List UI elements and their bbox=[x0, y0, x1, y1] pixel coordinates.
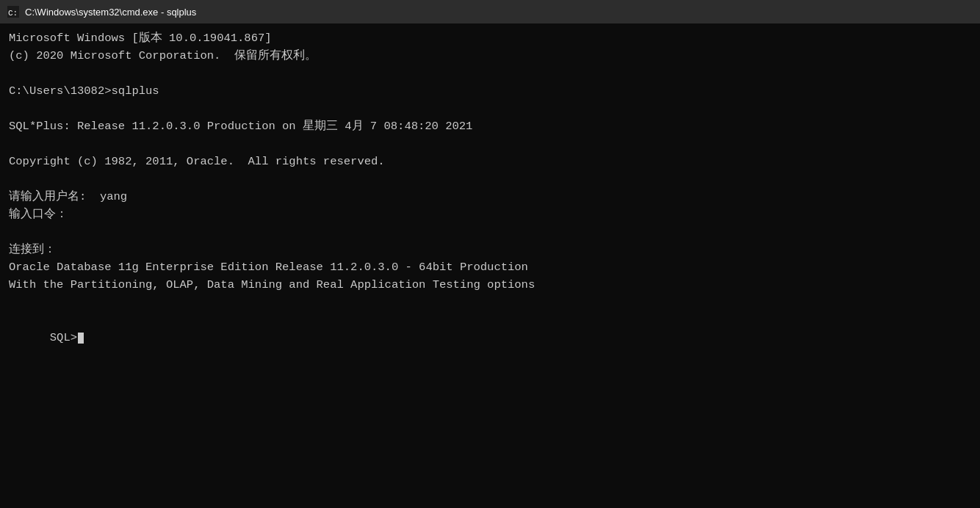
window: C: C:\Windows\system32\cmd.exe - sqlplus… bbox=[0, 0, 980, 508]
sql-prompt-line: SQL> bbox=[9, 311, 971, 364]
line-5 bbox=[9, 100, 971, 117]
svg-text:C:: C: bbox=[8, 9, 18, 18]
line-7 bbox=[9, 135, 971, 153]
line-3 bbox=[9, 65, 971, 82]
line-12 bbox=[9, 223, 971, 241]
title-bar-text: C:\Windows\system32\cmd.exe - sqlplus bbox=[25, 7, 196, 18]
line-4: C:\Users\13082>sqlplus bbox=[9, 82, 971, 100]
line-2: (c) 2020 Microsoft Corporation. 保留所有权利。 bbox=[9, 47, 971, 65]
line-15: With the Partitioning, OLAP, Data Mining… bbox=[9, 276, 971, 294]
cmd-icon: C: bbox=[7, 6, 19, 18]
cursor bbox=[78, 333, 84, 344]
line-14: Oracle Database 11g Enterprise Edition R… bbox=[9, 258, 971, 276]
line-16 bbox=[9, 294, 971, 311]
line-1: Microsoft Windows [版本 10.0.19041.867] bbox=[9, 29, 971, 47]
line-10: 请输入用户名: yang bbox=[9, 188, 971, 206]
line-8: Copyright (c) 1982, 2011, Oracle. All ri… bbox=[9, 153, 971, 170]
sql-prompt: SQL> bbox=[50, 331, 77, 344]
line-6: SQL*Plus: Release 11.2.0.3.0 Production … bbox=[9, 117, 971, 135]
line-13: 连接到： bbox=[9, 241, 971, 258]
title-bar: C: C:\Windows\system32\cmd.exe - sqlplus bbox=[0, 0, 980, 23]
terminal-body[interactable]: Microsoft Windows [版本 10.0.19041.867] (c… bbox=[0, 23, 980, 508]
line-11: 输入口令： bbox=[9, 206, 971, 223]
line-9 bbox=[9, 170, 971, 188]
